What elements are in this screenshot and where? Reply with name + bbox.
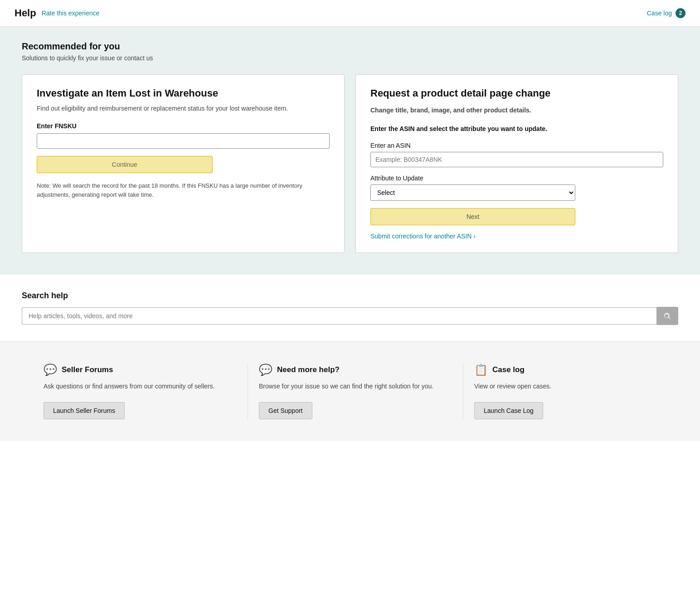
case-log-icon: 📋 — [474, 364, 488, 376]
footer-icon-title-forums: 💬 Seller Forums — [44, 364, 113, 376]
seller-forums-icon: 💬 — [44, 364, 57, 376]
search-row — [22, 307, 678, 325]
investigate-card-description: Find out eligibility and reimbursement o… — [37, 104, 330, 113]
card-note: Note: We will search the record for the … — [37, 181, 330, 199]
investigate-card-title: Investigate an Item Lost in Warehouse — [37, 87, 330, 99]
case-log-link[interactable]: Case log — [647, 10, 672, 17]
search-section: Search help — [0, 275, 700, 342]
fnsku-input[interactable] — [37, 133, 330, 149]
get-support-button[interactable]: Get Support — [259, 402, 312, 419]
footer-section: 💬 Seller Forums Ask questions or find an… — [0, 342, 700, 441]
help-label: Help — [15, 7, 36, 19]
product-detail-subtitle: Change title, brand, image, and other pr… — [370, 106, 663, 115]
search-input[interactable] — [22, 307, 656, 325]
cards-row: Investigate an Item Lost in Warehouse Fi… — [22, 74, 678, 253]
rate-experience-link[interactable]: Rate this experience — [42, 10, 100, 17]
attribute-label: Attribute to Update — [370, 175, 663, 182]
footer-icon-title-help: 💬 Need more help? — [259, 364, 340, 376]
seller-forums-title: Seller Forums — [62, 365, 113, 374]
header-right: Case log 2 — [647, 8, 685, 18]
need-help-title: Need more help? — [277, 365, 340, 374]
need-help-desc: Browse for your issue so we can find the… — [259, 382, 433, 391]
submit-corrections-link[interactable]: Submit corrections for another ASIN › — [370, 233, 476, 240]
recommended-section: Recommended for you Solutions to quickly… — [0, 27, 700, 275]
launch-case-log-button[interactable]: Launch Case Log — [474, 402, 543, 419]
search-button[interactable] — [656, 307, 678, 325]
launch-seller-forums-button[interactable]: Launch Seller Forums — [44, 402, 125, 419]
header: Help Rate this experience Case log 2 — [0, 0, 700, 27]
investigate-card: Investigate an Item Lost in Warehouse Fi… — [22, 74, 345, 253]
recommended-title: Recommended for you — [22, 41, 678, 52]
header-left: Help Rate this experience — [15, 7, 99, 19]
footer-col-seller-forums: 💬 Seller Forums Ask questions or find an… — [22, 364, 248, 419]
product-detail-title: Request a product detail page change — [370, 87, 663, 99]
footer-row: 💬 Seller Forums Ask questions or find an… — [22, 364, 678, 419]
attribute-select[interactable]: Select Title Brand Image Description Bul… — [370, 184, 575, 201]
next-button[interactable]: Next — [370, 208, 575, 225]
asin-input[interactable] — [370, 152, 663, 167]
search-icon — [663, 312, 671, 320]
need-help-icon: 💬 — [259, 364, 272, 376]
case-log-footer-title: Case log — [492, 365, 525, 374]
enter-asin-heading: Enter the ASIN and select the attribute … — [370, 124, 663, 134]
case-log-desc: View or review open cases. — [474, 382, 551, 391]
footer-icon-title-case-log: 📋 Case log — [474, 364, 525, 376]
fnsku-label: Enter FNSKU — [37, 122, 330, 130]
search-title: Search help — [22, 291, 678, 301]
case-log-badge[interactable]: 2 — [676, 8, 685, 18]
footer-col-case-log: 📋 Case log View or review open cases. La… — [463, 364, 678, 419]
seller-forums-desc: Ask questions or find answers from our c… — [44, 382, 214, 391]
asin-label: Enter an ASIN — [370, 142, 663, 149]
product-detail-card: Request a product detail page change Cha… — [355, 74, 678, 253]
continue-button[interactable]: Continue — [37, 156, 213, 173]
recommended-subtitle: Solutions to quickly fix your issue or c… — [22, 54, 678, 62]
footer-col-need-help: 💬 Need more help? Browse for your issue … — [248, 364, 463, 419]
